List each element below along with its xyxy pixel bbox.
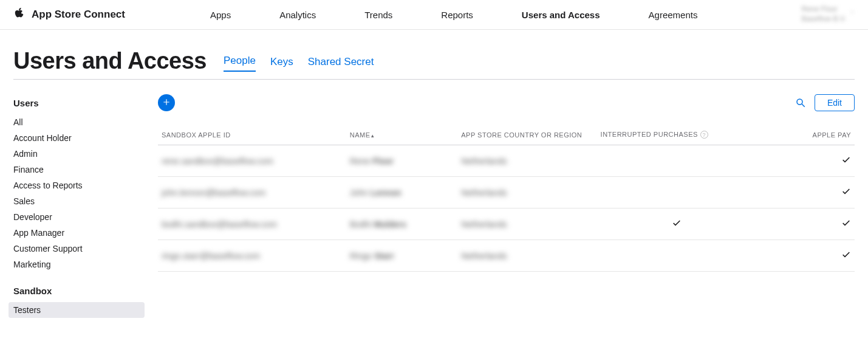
table-row[interactable]: bodhi.sandbox@baseflow.comBodhi MuldersN… (158, 209, 855, 240)
content-area: Users AllAccount HolderAdminFinanceAcces… (0, 80, 868, 333)
svg-point-0 (797, 99, 802, 105)
cell-interrupted (597, 209, 757, 240)
nav-link-apps[interactable]: Apps (210, 10, 231, 20)
sidebar-item-admin[interactable]: Admin (13, 146, 140, 162)
cell-region: Netherlands (457, 240, 596, 272)
check-icon (841, 157, 851, 167)
col-region[interactable]: APP STORE COUNTRY OR REGION (457, 125, 596, 145)
sidebar-item-customer-support[interactable]: Customer Support (13, 241, 140, 257)
table-header-row: SANDBOX APPLE ID NAME▴ APP STORE COUNTRY… (158, 125, 855, 145)
table-row[interactable]: john.lennon@baseflow.comJohn LennonNethe… (158, 177, 855, 209)
cell-sandbox-id: ringo.starr@baseflow.com (158, 240, 346, 272)
sort-asc-icon: ▴ (371, 133, 375, 139)
chevron-down-icon: ⌄ (850, 7, 855, 15)
subtabs: PeopleKeysShared Secret (224, 55, 374, 74)
sidebar: Users AllAccount HolderAdminFinanceAcces… (13, 94, 140, 318)
sidebar-item-access-to-reports[interactable]: Access to Reports (13, 178, 140, 193)
brand-title: App Store Connect (32, 9, 125, 21)
svg-line-1 (802, 104, 805, 107)
cell-sandbox-id: john.lennon@baseflow.com (158, 177, 346, 209)
check-icon (841, 220, 851, 230)
brand[interactable]: App Store Connect (13, 7, 125, 23)
nav-link-agreements[interactable]: Agreements (649, 10, 698, 20)
col-interrupted[interactable]: INTERRUPTED PURCHASES? (597, 125, 757, 145)
sidebar-item-testers[interactable]: Testers (9, 302, 145, 318)
table-row[interactable]: rene.sandbox@baseflow.comRene FloorNethe… (158, 145, 855, 177)
col-name[interactable]: NAME▴ (346, 125, 458, 145)
nav-link-reports[interactable]: Reports (441, 10, 473, 20)
check-icon (841, 252, 851, 261)
cell-apple-pay (757, 145, 855, 177)
nav-link-users-and-access[interactable]: Users and Access (522, 10, 600, 20)
top-nav-bar: App Store Connect AppsAnalyticsTrendsRep… (0, 0, 868, 30)
search-icon[interactable] (795, 97, 806, 108)
check-icon (672, 220, 682, 230)
col-apple-pay[interactable]: APPLE PAY (757, 125, 855, 145)
account-name: Rene Floor (801, 5, 846, 15)
edit-button[interactable]: Edit (815, 94, 855, 111)
sidebar-item-developer[interactable]: Developer (13, 209, 140, 225)
cell-name: Bodhi Mulders (346, 209, 458, 240)
sidebar-heading-users: Users (13, 98, 140, 108)
sidebar-heading-sandbox: Sandbox (13, 286, 140, 296)
cell-region: Netherlands (457, 145, 596, 177)
primary-nav: AppsAnalyticsTrendsReportsUsers and Acce… (210, 10, 801, 20)
toolbar: Edit (158, 94, 855, 111)
col-interrupted-label: INTERRUPTED PURCHASES (601, 131, 698, 138)
sidebar-item-marketing[interactable]: Marketing (13, 257, 140, 272)
nav-link-trends[interactable]: Trends (364, 10, 392, 20)
sidebar-item-finance[interactable]: Finance (13, 162, 140, 178)
add-user-button[interactable] (158, 94, 175, 111)
account-menu[interactable]: Rene Floor Baseflow B.V. ⌄ (801, 5, 855, 24)
tab-keys[interactable]: Keys (270, 56, 293, 72)
tab-people[interactable]: People (224, 55, 256, 72)
sidebar-item-app-manager[interactable]: App Manager (13, 225, 140, 241)
main-panel: Edit SANDBOX APPLE ID NAME▴ APP STORE CO… (158, 94, 855, 318)
cell-name: John Lennon (346, 177, 458, 209)
plus-icon (162, 98, 171, 108)
brand-logo-icon (13, 7, 27, 23)
col-sandbox-id[interactable]: SANDBOX APPLE ID (158, 125, 346, 145)
check-icon (841, 188, 851, 198)
cell-interrupted (597, 177, 757, 209)
cell-interrupted (597, 240, 757, 272)
tab-shared-secret[interactable]: Shared Secret (308, 56, 374, 72)
sidebar-item-all[interactable]: All (13, 114, 140, 130)
users-table: SANDBOX APPLE ID NAME▴ APP STORE COUNTRY… (158, 125, 855, 272)
cell-interrupted (597, 145, 757, 177)
nav-link-analytics[interactable]: Analytics (279, 10, 316, 20)
cell-region: Netherlands (457, 209, 596, 240)
page-header: Users and Access PeopleKeysShared Secret (0, 30, 868, 74)
cell-apple-pay (757, 177, 855, 209)
cell-region: Netherlands (457, 177, 596, 209)
cell-sandbox-id: bodhi.sandbox@baseflow.com (158, 209, 346, 240)
account-org: Baseflow B.V. (801, 15, 846, 24)
page-title: Users and Access (13, 48, 207, 74)
cell-apple-pay (757, 240, 855, 272)
cell-name: Rene Floor (346, 145, 458, 177)
cell-apple-pay (757, 209, 855, 240)
table-row[interactable]: ringo.starr@baseflow.comRingo StarrNethe… (158, 240, 855, 272)
cell-sandbox-id: rene.sandbox@baseflow.com (158, 145, 346, 177)
col-name-label: NAME (350, 131, 371, 139)
help-icon[interactable]: ? (700, 131, 708, 139)
sidebar-item-account-holder[interactable]: Account Holder (13, 130, 140, 146)
cell-name: Ringo Starr (346, 240, 458, 272)
sidebar-item-sales[interactable]: Sales (13, 193, 140, 209)
